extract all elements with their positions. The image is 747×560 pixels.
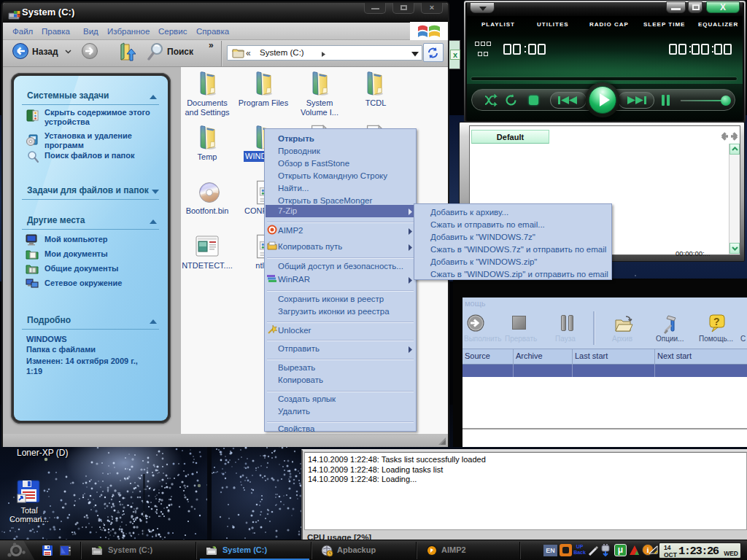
svg-text:?: ? bbox=[713, 316, 720, 327]
